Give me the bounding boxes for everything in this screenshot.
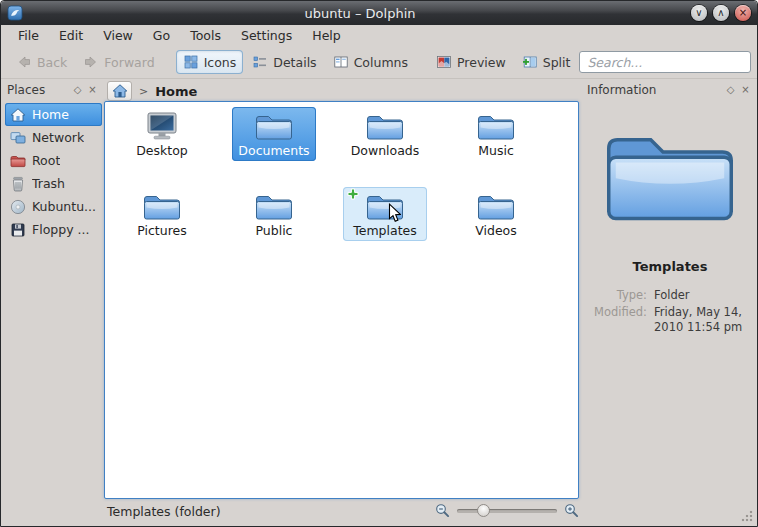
split-button[interactable]: Split	[515, 50, 578, 74]
details-view-icon	[252, 54, 268, 70]
file-tile-music[interactable]: Music	[454, 107, 538, 161]
information-fields: Type: Folder Modified: Friday, May 14, 2…	[585, 288, 751, 334]
file-tile-downloads[interactable]: Downloads	[343, 107, 427, 161]
places-panel: Places ◇ × Home Network Root Trash	[5, 81, 102, 499]
folder-icon	[142, 190, 182, 222]
back-button[interactable]: Back	[9, 50, 74, 74]
menu-file[interactable]: File	[9, 26, 48, 45]
search-input[interactable]	[579, 51, 751, 73]
file-label: Downloads	[351, 143, 420, 158]
information-item-name: Templates	[585, 259, 755, 274]
preview-folder-icon	[600, 117, 740, 229]
columns-view-button[interactable]: Columns	[326, 50, 415, 74]
information-panel-header: Information ◇ ×	[585, 81, 755, 99]
forward-button[interactable]: Forward	[76, 50, 161, 74]
zoom-slider-handle[interactable]	[477, 504, 490, 517]
type-value: Folder	[654, 288, 751, 302]
breadcrumb-separator: >	[139, 85, 148, 98]
places-item-network[interactable]: Network	[5, 126, 102, 149]
menu-help[interactable]: Help	[303, 26, 350, 45]
places-item-label: Root	[32, 153, 60, 168]
places-item-trash[interactable]: Trash	[5, 172, 102, 195]
mouse-cursor-icon	[388, 203, 401, 223]
places-panel-title: Places	[7, 83, 70, 97]
menubar: File Edit View Go Tools Settings Help	[1, 25, 757, 46]
forward-arrow-icon	[83, 54, 99, 70]
zoom-slider[interactable]	[457, 502, 557, 519]
places-list: Home Network Root Trash Kubuntu... Flopp…	[5, 103, 102, 241]
folder-icon	[476, 110, 516, 142]
places-item-kubuntu[interactable]: Kubuntu...	[5, 195, 102, 218]
file-label: Videos	[475, 223, 517, 238]
panel-close-icon[interactable]: ×	[85, 83, 100, 98]
file-tile-templates[interactable]: Templates	[343, 187, 427, 241]
breadcrumb-home-button[interactable]	[107, 81, 132, 101]
zoom-controls	[435, 502, 579, 519]
folder-icon	[254, 190, 294, 222]
information-panel: Information ◇ × Templates Type: Folder M…	[585, 81, 755, 499]
forward-label: Forward	[104, 55, 154, 70]
panel-close-icon[interactable]: ×	[738, 83, 753, 98]
file-tile-desktop[interactable]: Desktop	[120, 107, 204, 161]
menu-edit[interactable]: Edit	[50, 26, 92, 45]
titlebar[interactable]: ubuntu – Dolphin ∨ ∧ ×	[1, 1, 757, 25]
dolphin-window: ubuntu – Dolphin ∨ ∧ × File Edit View Go…	[0, 0, 758, 527]
menu-tools[interactable]: Tools	[181, 26, 230, 45]
folder-icon	[365, 110, 405, 142]
desktop-folder-icon	[142, 110, 182, 142]
split-icon	[522, 54, 538, 70]
breadcrumb: > Home	[107, 81, 577, 101]
file-tile-pictures[interactable]: Pictures	[120, 187, 204, 241]
file-label: Pictures	[137, 223, 187, 238]
file-label: Templates	[353, 223, 417, 238]
file-label: Documents	[238, 143, 309, 158]
menu-view[interactable]: View	[94, 26, 142, 45]
close-button[interactable]: ×	[735, 5, 751, 21]
menu-settings[interactable]: Settings	[232, 26, 301, 45]
back-label: Back	[37, 55, 67, 70]
minimize-button[interactable]: ∨	[691, 5, 707, 21]
details-view-button[interactable]: Details	[245, 50, 323, 74]
modified-value: Friday, May 14, 2010 11:54 pm	[654, 305, 751, 334]
file-tile-documents[interactable]: Documents	[232, 107, 316, 161]
zoom-slider-groove	[457, 509, 557, 513]
modified-label: Modified:	[585, 305, 647, 334]
preview-button[interactable]: Preview	[429, 50, 513, 74]
resize-grip[interactable]	[740, 509, 754, 523]
file-view[interactable]: Desktop Documents Downloads Music Pictur…	[104, 101, 579, 499]
panel-float-icon[interactable]: ◇	[723, 83, 738, 98]
trash-icon	[10, 176, 26, 192]
information-panel-title: Information	[587, 83, 723, 97]
type-label: Type:	[585, 288, 647, 302]
network-icon	[10, 130, 26, 146]
places-item-label: Floppy ...	[32, 222, 89, 237]
icons-view-icon	[183, 54, 199, 70]
breadcrumb-current[interactable]: Home	[155, 84, 197, 99]
places-item-home[interactable]: Home	[5, 103, 102, 126]
places-item-floppy[interactable]: Floppy ...	[5, 218, 102, 241]
file-tile-public[interactable]: Public	[232, 187, 316, 241]
zoom-in-icon[interactable]	[564, 503, 579, 518]
zoom-out-icon[interactable]	[435, 503, 450, 518]
icons-view-button[interactable]: Icons	[176, 50, 244, 74]
places-panel-header: Places ◇ ×	[5, 81, 102, 99]
maximize-button[interactable]: ∧	[713, 5, 729, 21]
folder-icon	[254, 110, 294, 142]
dolphin-app-icon[interactable]	[7, 5, 23, 21]
file-label: Public	[256, 223, 293, 238]
folder-icon	[476, 190, 516, 222]
panel-float-icon[interactable]: ◇	[70, 83, 85, 98]
home-icon	[112, 83, 128, 99]
details-view-label: Details	[273, 55, 316, 70]
places-item-root[interactable]: Root	[5, 149, 102, 172]
home-icon	[10, 107, 26, 123]
plus-emblem-icon	[347, 188, 359, 200]
places-item-label: Trash	[32, 176, 65, 191]
file-label: Music	[478, 143, 514, 158]
statusbar: Templates (folder)	[1, 497, 757, 526]
menu-go[interactable]: Go	[144, 26, 179, 45]
back-arrow-icon	[16, 54, 32, 70]
file-label: Desktop	[136, 143, 188, 158]
places-item-label: Network	[32, 130, 84, 145]
file-tile-videos[interactable]: Videos	[454, 187, 538, 241]
